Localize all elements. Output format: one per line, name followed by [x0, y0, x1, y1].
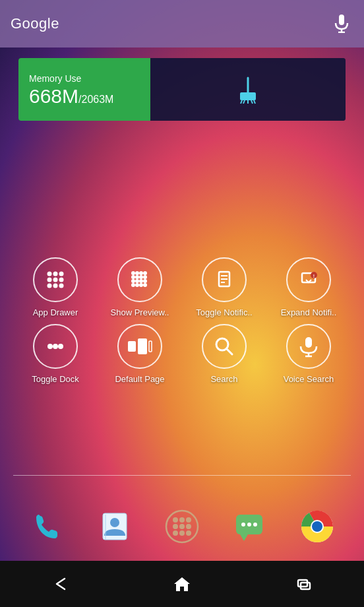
app-circle-toggle-notif: [202, 257, 247, 302]
svg-point-65: [179, 530, 185, 536]
svg-point-74: [312, 521, 322, 532]
svg-point-24: [135, 275, 139, 279]
svg-point-23: [131, 275, 135, 279]
memory-total: /2063M: [78, 94, 113, 105]
svg-rect-46: [138, 338, 147, 354]
app-grid: App Drawer: [0, 257, 364, 391]
app-circle-toggle-dock: [33, 324, 78, 369]
mic-button[interactable]: [330, 12, 353, 36]
svg-point-30: [143, 279, 147, 283]
app-circle-show-preview: [117, 257, 162, 302]
svg-point-29: [139, 279, 143, 283]
app-circle-voice-search: [286, 324, 331, 369]
app-item-default-page[interactable]: Default Page: [104, 324, 176, 384]
nav-back-button[interactable]: [41, 564, 80, 604]
svg-point-20: [135, 271, 139, 275]
app-circle-search: [202, 324, 247, 369]
svg-line-49: [227, 349, 233, 355]
svg-point-18: [59, 284, 64, 288]
svg-point-19: [131, 271, 135, 275]
svg-marker-68: [240, 534, 248, 541]
svg-point-12: [59, 272, 64, 276]
svg-point-63: [186, 524, 191, 529]
app-circle-expand-notif: !: [286, 257, 331, 302]
svg-point-27: [131, 279, 135, 283]
app-item-voice-search[interactable]: Voice Search: [272, 324, 345, 384]
app-label-toggle-dock: Toggle Dock: [32, 374, 79, 384]
app-label-toggle-notif: Toggle Notific..: [196, 307, 252, 317]
app-item-toggle-dock[interactable]: Toggle Dock: [19, 324, 92, 384]
svg-point-66: [186, 530, 191, 536]
svg-point-31: [131, 283, 135, 287]
dock: [0, 498, 364, 554]
nav-bar: [0, 561, 364, 607]
app-label-expand-notif: Expand Notifi..: [281, 307, 337, 317]
memory-label: Memory Use: [29, 73, 140, 84]
svg-point-28: [135, 279, 139, 283]
search-bar: Google: [0, 0, 364, 48]
broom-icon: [233, 75, 262, 104]
svg-point-15: [59, 278, 64, 282]
dock-item-app-launcher[interactable]: [160, 505, 203, 548]
svg-point-34: [143, 283, 147, 287]
memory-clean-button[interactable]: [150, 58, 346, 121]
svg-point-14: [53, 278, 58, 282]
svg-point-10: [47, 272, 52, 276]
svg-point-43: [53, 344, 58, 349]
svg-line-5: [241, 100, 242, 104]
svg-point-62: [179, 524, 185, 529]
svg-point-11: [53, 272, 58, 276]
app-label-voice-search: Voice Search: [284, 374, 334, 384]
svg-point-16: [47, 284, 52, 288]
dock-item-chrome[interactable]: [295, 505, 338, 548]
app-circle-app-drawer: [33, 257, 78, 302]
memory-info: Memory Use 668M/2063M: [18, 58, 150, 121]
svg-point-58: [173, 517, 178, 523]
svg-line-6: [243, 100, 245, 104]
memory-value: 668M/2063M: [29, 86, 140, 106]
svg-point-60: [186, 517, 191, 523]
app-label-default-page: Default Page: [115, 374, 164, 384]
app-label-search: Search: [210, 374, 237, 384]
app-item-toggle-notif[interactable]: Toggle Notific..: [188, 257, 260, 317]
svg-point-21: [139, 271, 143, 275]
divider: [13, 475, 351, 476]
dock-item-messenger[interactable]: [228, 505, 271, 548]
app-row-2: Toggle Dock Default Page Search: [13, 324, 351, 384]
svg-line-9: [254, 100, 255, 104]
app-item-expand-notif[interactable]: ! Expand Notifi..: [272, 257, 345, 317]
svg-point-59: [179, 517, 185, 523]
svg-rect-47: [149, 341, 152, 352]
svg-point-69: [241, 523, 245, 527]
svg-point-55: [110, 518, 119, 527]
svg-rect-0: [339, 15, 344, 25]
svg-point-44: [58, 344, 63, 349]
svg-point-32: [135, 283, 139, 287]
app-row-1: App Drawer: [13, 257, 351, 317]
app-label-show-preview: Show Preview..: [111, 307, 169, 317]
svg-line-8: [251, 100, 253, 104]
svg-point-22: [143, 271, 147, 275]
dock-item-contacts[interactable]: [93, 505, 136, 548]
google-logo[interactable]: Google: [11, 15, 330, 32]
app-item-search[interactable]: Search: [188, 324, 260, 384]
nav-home-button[interactable]: [162, 564, 202, 604]
memory-used: 668M: [29, 85, 78, 107]
svg-point-71: [253, 523, 257, 527]
app-item-app-drawer[interactable]: App Drawer: [19, 257, 92, 317]
dock-item-phone[interactable]: [26, 505, 69, 548]
svg-point-33: [139, 283, 143, 287]
svg-point-64: [173, 530, 178, 536]
svg-rect-4: [240, 92, 256, 100]
app-circle-default-page: [117, 324, 162, 369]
nav-recents-button[interactable]: [284, 564, 323, 604]
svg-rect-45: [128, 341, 136, 352]
svg-point-42: [47, 344, 53, 349]
svg-point-70: [247, 523, 251, 527]
app-item-show-preview[interactable]: Show Preview..: [104, 257, 176, 317]
svg-point-13: [47, 278, 52, 282]
svg-rect-50: [305, 337, 312, 348]
svg-point-61: [173, 524, 178, 529]
memory-widget: Memory Use 668M/2063M: [18, 58, 346, 121]
svg-text:!: !: [313, 274, 315, 278]
